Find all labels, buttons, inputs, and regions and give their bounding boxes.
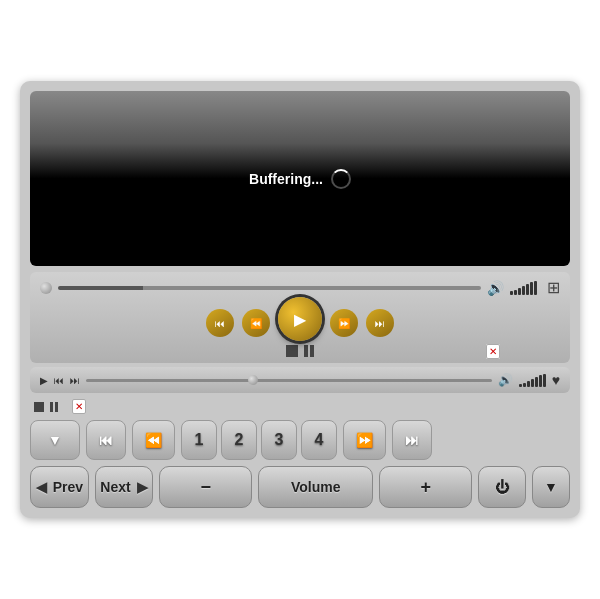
volume-bar-6 [530,282,533,295]
seek-row: 🔊 ⊞ [40,278,560,297]
video-screen: Buffering... [30,91,570,266]
mini-skip-back-button[interactable]: ⏮ [54,375,64,386]
plus-icon: + [420,477,431,498]
skip-back-button[interactable]: ⏮ [206,309,234,337]
mini-prev-button[interactable]: ⏭ [70,375,80,386]
buffering-indicator: Buffering... [249,169,351,189]
mini-vol-bar-4 [531,379,534,387]
skip-forward-button[interactable]: ⏭ [366,309,394,337]
num-skip-start-button[interactable]: ⏮ [86,420,126,460]
number-buttons-row: ▼ ⏮ ⏪ 1 2 3 4 ⏩ ⏭ [30,420,570,460]
num-fastforward-button[interactable]: ⏩ [343,420,386,460]
power-icon: ⏻ [495,479,509,495]
chapter-4-button[interactable]: 4 [301,420,337,460]
more-arrow-icon: ▼ [544,479,558,495]
media-player: Buffering... 🔊 ⊞ ⏮ [20,81,580,518]
chapter-3-button[interactable]: 3 [261,420,297,460]
next-button[interactable]: Next ▶ [95,466,154,508]
stop-pause-row [40,345,560,357]
volume-bar-2 [514,290,517,295]
favorite-icon[interactable]: ♥ [552,372,560,388]
playback-buttons: ⏮ ⏪ ▶ ⏩ ⏭ [206,305,394,341]
power-button[interactable]: ⏻ [478,466,526,508]
volume-text: Volume [291,479,341,495]
fast-forward-button[interactable]: ⏩ [330,309,358,337]
chapter-buttons: 1 2 3 4 [181,420,337,460]
seek-bar[interactable] [58,286,481,290]
mini-volume-bars [519,373,546,387]
prev-arrow-icon: ◀ [36,479,47,495]
volume-icon: 🔊 [487,280,504,296]
mini-play-button[interactable]: ▶ [40,375,48,386]
pause-icon [304,345,314,357]
mini-vol-bar-6 [539,375,542,387]
dropdown-button[interactable]: ▼ [30,420,80,460]
prev-button[interactable]: ◀ Prev [30,466,89,508]
prev-label: Prev [53,479,83,495]
volume-bar-5 [526,284,529,295]
chapter-2-button[interactable]: 2 [221,420,257,460]
num-skip-end-button[interactable]: ⏭ [392,420,432,460]
num-rewind-button[interactable]: ⏪ [132,420,175,460]
mini-vol-bar-1 [519,384,522,387]
rewind-button[interactable]: ⏪ [242,309,270,337]
secondary-controls-bar: ▶ ⏮ ⏭ 🔊 ♥ [30,367,570,393]
more-dropdown-button[interactable]: ▼ [532,466,570,508]
volume-bar-3 [518,288,521,295]
equalizer-icon[interactable]: ⊞ [547,278,560,297]
next-arrow-icon: ▶ [137,479,148,495]
buffering-label: Buffering... [249,171,323,187]
volume-label-button[interactable]: Volume [258,466,373,508]
sec-stop-icon [34,402,44,412]
volume-bar-4 [522,286,525,295]
mini-volume-icon: 🔊 [498,373,513,387]
bottom-nav-row: ◀ Prev Next ▶ − Volume + ⏻ ▼ [30,466,570,508]
volume-bar-7 [534,281,537,295]
main-controls-bar: 🔊 ⊞ ⏮ ⏪ ▶ ⏩ ⏭ ✕ [30,272,570,363]
volume-minus-button[interactable]: − [159,466,252,508]
play-button[interactable]: ▶ [278,297,322,341]
volume-bar-1 [510,291,513,295]
mute-indicator: ✕ [486,344,500,359]
sec-mute-indicator: ✕ [72,399,86,414]
seek-knob[interactable] [40,282,52,294]
buffering-spinner [331,169,351,189]
volume-plus-button[interactable]: + [379,466,472,508]
stop-icon [286,345,298,357]
dropdown-arrow-icon: ▼ [48,432,62,448]
volume-bars [510,281,537,295]
mini-vol-bar-3 [527,381,530,387]
mini-vol-bar-2 [523,383,526,387]
mini-seek-knob[interactable] [248,375,258,385]
minus-icon: − [200,477,211,498]
chapter-1-button[interactable]: 1 [181,420,217,460]
sec-pause-icon [50,402,58,412]
mini-seek-bar[interactable] [86,379,492,382]
mini-vol-bar-5 [535,377,538,387]
mini-vol-bar-7 [543,374,546,387]
next-label: Next [100,479,130,495]
